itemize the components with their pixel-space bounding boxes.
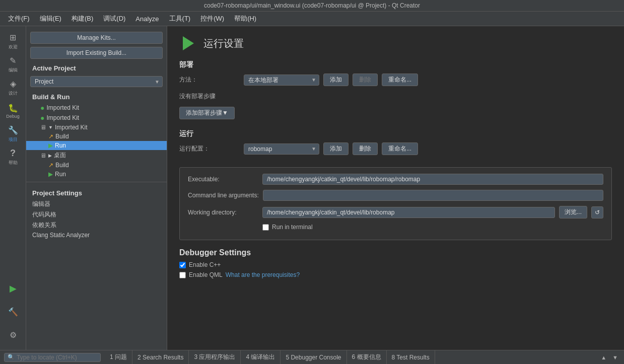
settings-icon: ⚙ <box>8 330 18 340</box>
sidebar-design[interactable]: ◈ 设计 <box>2 77 24 99</box>
project-select[interactable]: Project <box>30 76 163 87</box>
no-deploy-text: 没有部署步骤 <box>179 90 216 103</box>
browse-button[interactable]: 浏览... <box>559 206 587 219</box>
deploy-rename-button[interactable]: 重命名... <box>382 74 418 86</box>
run-delete-button[interactable]: 删除 <box>353 142 378 155</box>
run-config-select[interactable]: robomap <box>244 143 319 155</box>
settings-clang[interactable]: Clang Static Analyzer <box>26 231 167 240</box>
deploy-form-section: 方法： 在本地部署 ▼ 添加 删除 重命名... 没有部署步骤 添加部署步骤▼ <box>167 71 624 125</box>
prerequisites-link[interactable]: What are the prerequisites? <box>226 271 300 278</box>
tree-imported-kit-1[interactable]: ● Imported Kit <box>26 103 167 113</box>
settings-dependencies[interactable]: 依赖关系 <box>26 220 167 231</box>
window-title: code07-robomap/ui/main_window.ui (code07… <box>204 2 420 9</box>
tree-desktop[interactable]: 🖥 ▶ 桌面 <box>26 150 167 161</box>
settings-code-style[interactable]: 代码风格 <box>26 209 167 220</box>
sidebar-welcome[interactable]: ⊞ 欢迎 <box>2 30 24 52</box>
menu-help[interactable]: 帮助(H) <box>230 13 260 25</box>
expand-arrow-right-icon: ▶ <box>48 153 52 158</box>
working-dir-row: Working directory: 浏览... ↺ <box>188 206 603 219</box>
deploy-method-select-wrapper: 在本地部署 ▼ <box>244 75 319 86</box>
sidebar-settings[interactable]: ⚙ <box>2 324 24 346</box>
deploy-method-row: 方法： 在本地部署 ▼ 添加 删除 重命名... <box>179 74 612 86</box>
tree-build-1[interactable]: ↗ Build <box>26 132 167 141</box>
status-debugger-console[interactable]: 5 Debugger Console <box>281 350 346 364</box>
add-deploy-step-button[interactable]: 添加部署步骤▼ <box>179 107 235 119</box>
run-in-terminal-checkbox[interactable] <box>262 224 269 231</box>
status-overview[interactable]: 6 概要信息 <box>347 350 387 364</box>
project-settings-title: Project Settings <box>26 185 167 199</box>
content-area: 运行设置 部署 方法： 在本地部署 ▼ 添加 删除 重命名... 没有部署步骤 <box>167 26 624 350</box>
cmd-args-input[interactable] <box>263 190 603 201</box>
arrow-up-icon[interactable]: ▲ <box>599 353 608 361</box>
sidebar-help[interactable]: ? 帮助 <box>2 146 24 168</box>
menu-analyze[interactable]: Analyze <box>131 14 163 24</box>
search-input[interactable] <box>17 354 97 361</box>
cmd-args-label: Command line arguments: <box>188 192 259 199</box>
debugger-section: Debugger Settings Enable C++ Enable QML … <box>167 246 624 285</box>
working-dir-label: Working directory: <box>188 209 258 216</box>
status-compile-output[interactable]: 4 编译输出 <box>241 350 281 364</box>
monitor-icon-1: 🖥 <box>40 124 46 131</box>
deploy-method-select[interactable]: 在本地部署 <box>244 75 319 86</box>
project-select-wrapper: Project ▼ <box>30 76 163 87</box>
menu-controls[interactable]: 控件(W) <box>196 13 228 25</box>
play-triangle-icon <box>183 36 194 50</box>
build-run-title: Build & Run <box>26 89 167 103</box>
monitor-icon-2: 🖥 <box>40 152 46 159</box>
build-arrow-icon-2: ↗ <box>48 162 53 169</box>
welcome-icon: ⊞ <box>8 33 18 43</box>
manage-kits-button[interactable]: Manage Kits... <box>30 32 163 44</box>
active-project-title: Active Project <box>26 60 167 74</box>
deploy-section-header: 部署 <box>167 56 624 71</box>
tree-run-2[interactable]: ▶ Run <box>26 170 167 179</box>
enable-qml-label[interactable]: Enable QML <box>189 271 223 278</box>
menu-debug[interactable]: 调试(D) <box>99 13 129 25</box>
run-config-row: 运行配置： robomap ▼ 添加 删除 重命名... <box>179 142 612 155</box>
menu-edit[interactable]: 编辑(E) <box>36 13 65 25</box>
debug-icon: 🐛 <box>8 103 18 113</box>
enable-cpp-label[interactable]: Enable C++ <box>189 261 221 268</box>
status-test-results[interactable]: 8 Test Results <box>387 350 435 364</box>
status-search-results[interactable]: 2 Search Results <box>132 350 189 364</box>
deploy-add-button[interactable]: 添加 <box>323 74 349 86</box>
run-config-select-wrapper: robomap ▼ <box>244 143 319 155</box>
sidebar-edit[interactable]: ✎ 编辑 <box>2 53 24 76</box>
enable-qml-checkbox[interactable] <box>179 272 186 278</box>
tree-build-2[interactable]: ↗ Build <box>26 161 167 170</box>
debugger-title: Debugger Settings <box>179 248 612 257</box>
tree-run-1[interactable]: ▶ Run <box>26 141 167 150</box>
tree-imported-kit-2[interactable]: ● Imported Kit <box>26 113 167 123</box>
executable-input[interactable] <box>262 174 603 185</box>
run-in-terminal-label[interactable]: Run in terminal <box>272 224 313 231</box>
settings-editor[interactable]: 编辑器 <box>26 199 167 209</box>
menu-file[interactable]: 文件(F) <box>4 13 34 25</box>
run-play-button[interactable] <box>179 34 197 52</box>
tree-imported-kit-3[interactable]: 🖥 ▼ Imported Kit <box>26 123 167 132</box>
help-icon: ? <box>8 149 18 159</box>
status-issues[interactable]: 1 问题 <box>105 350 132 364</box>
run-add-button[interactable]: 添加 <box>323 142 349 155</box>
deploy-delete-button[interactable]: 删除 <box>353 74 378 86</box>
status-app-output[interactable]: 3 应用程序输出 <box>189 350 241 364</box>
sidebar-run[interactable]: ▶ <box>2 277 24 300</box>
import-build-button[interactable]: Import Existing Build... <box>30 47 163 59</box>
search-icon: 🔍 <box>8 354 15 360</box>
deploy-method-label: 方法： <box>179 76 240 84</box>
icon-sidebar: ⊞ 欢迎 ✎ 编辑 ◈ 设计 🐛 Debug 🔧 项目 ? 帮助 ▶ 🔨 <box>0 26 26 350</box>
refresh-button[interactable]: ↺ <box>591 206 603 219</box>
sidebar-hammer[interactable]: 🔨 <box>2 301 24 323</box>
green-dot-icon-1: ● <box>40 104 44 112</box>
cmd-args-row: Command line arguments: <box>188 190 603 201</box>
run-rename-button[interactable]: 重命名... <box>382 142 418 155</box>
enable-cpp-checkbox[interactable] <box>179 262 186 268</box>
sidebar-debug[interactable]: 🐛 Debug <box>2 100 24 122</box>
arrow-down-icon[interactable]: ▼ <box>610 353 620 361</box>
sidebar-project[interactable]: 🔧 项目 <box>2 123 24 145</box>
run-arrow-icon-2: ▶ <box>48 171 53 178</box>
menu-tools[interactable]: 工具(T) <box>165 13 195 25</box>
executable-row: Executable: <box>188 174 603 185</box>
menu-build[interactable]: 构建(B) <box>67 13 97 25</box>
working-dir-input[interactable] <box>262 207 555 218</box>
status-arrows: ▲ ▼ <box>599 353 620 361</box>
run-form-section: 运行配置： robomap ▼ 添加 删除 重命名... <box>167 140 624 165</box>
